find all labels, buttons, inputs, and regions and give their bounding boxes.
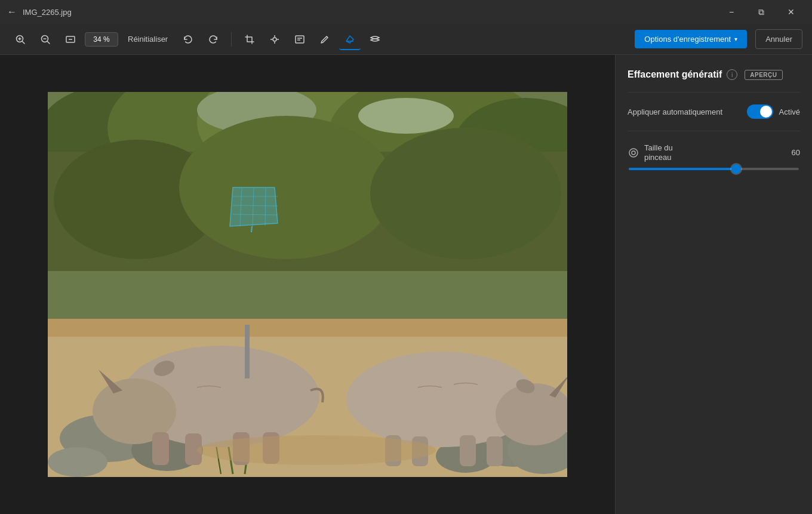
auto-apply-toggle[interactable] <box>747 104 773 119</box>
svg-line-5 <box>48 41 50 44</box>
save-chevron-icon: ▾ <box>734 36 737 42</box>
zoom-out-icon <box>40 34 51 45</box>
svg-rect-32 <box>48 319 567 337</box>
toolbar: 34 % Réinitialiser <box>0 24 812 55</box>
brush-value: 60 <box>792 148 800 157</box>
canvas-area[interactable] <box>0 55 615 514</box>
zoom-out-button[interactable] <box>35 29 56 50</box>
info-icon[interactable]: i <box>727 69 737 80</box>
brush-size-slider[interactable] <box>629 168 799 170</box>
restore-button[interactable]: ⧉ <box>748 2 775 21</box>
svg-rect-54 <box>487 436 503 466</box>
preview-badge: APERÇU <box>745 70 782 80</box>
svg-rect-44 <box>152 432 169 465</box>
svg-rect-56 <box>245 325 250 378</box>
frames-icon <box>370 34 380 45</box>
back-icon[interactable]: ← <box>7 7 17 17</box>
panel-title: Effacement génératif <box>628 69 722 80</box>
brush-title: Taille du pinceau <box>644 143 673 162</box>
zoom-in-button[interactable] <box>10 29 31 50</box>
svg-point-30 <box>370 128 561 259</box>
erase-button[interactable] <box>339 29 361 50</box>
slider-fill <box>629 168 736 170</box>
photo-canvas <box>48 92 567 477</box>
main-area: Effacement génératif i APERÇU Appliquer … <box>0 55 812 514</box>
crop-icon <box>244 34 255 45</box>
draw-icon <box>319 34 330 45</box>
undo-icon <box>183 34 193 45</box>
brush-size-icon <box>628 147 639 159</box>
panel-header: Effacement génératif i APERÇU <box>628 69 800 80</box>
svg-point-29 <box>179 116 394 259</box>
redo-icon <box>208 34 219 45</box>
close-button[interactable]: ✕ <box>777 2 805 21</box>
slider-thumb[interactable] <box>731 164 741 174</box>
markup-icon <box>294 34 305 45</box>
save-label: Options d'enregistrement <box>644 35 731 44</box>
slider-container[interactable] <box>628 168 800 170</box>
svg-point-66 <box>632 151 635 155</box>
svg-rect-53 <box>460 435 476 466</box>
window-title: IMG_2265.jpg <box>23 8 72 17</box>
title-bar-controls: − ⧉ ✕ <box>718 2 805 21</box>
toggle-state-label: Activé <box>779 107 800 116</box>
svg-point-26 <box>358 98 454 134</box>
adjust-icon <box>269 34 280 45</box>
auto-apply-row: Appliquer automatiquement Activé <box>628 104 800 119</box>
image-container <box>48 92 567 477</box>
crop-button[interactable] <box>239 29 260 50</box>
divider-2 <box>628 131 800 131</box>
erase-icon <box>345 33 355 44</box>
frames-button[interactable] <box>364 29 386 50</box>
svg-point-57 <box>197 435 436 465</box>
markup-button[interactable] <box>289 29 310 50</box>
brush-title-group: Taille du pinceau <box>628 143 673 162</box>
svg-line-17 <box>327 36 328 38</box>
redo-button[interactable] <box>202 29 224 50</box>
zoom-in-icon <box>15 34 26 45</box>
cancel-button[interactable]: Annuler <box>755 29 802 49</box>
divider-1 <box>628 92 800 93</box>
svg-point-37 <box>48 447 107 477</box>
fit-button[interactable] <box>60 29 81 50</box>
brush-header: Taille du pinceau 60 <box>628 143 800 162</box>
undo-button[interactable] <box>177 29 199 50</box>
title-bar: ← IMG_2265.jpg − ⧉ ✕ <box>0 0 812 24</box>
reset-button[interactable]: Réinitialiser <box>122 31 174 47</box>
draw-button[interactable] <box>314 29 336 50</box>
svg-rect-14 <box>296 36 304 43</box>
save-options-button[interactable]: Options d'enregistrement ▾ <box>635 30 747 48</box>
title-bar-left: ← IMG_2265.jpg <box>7 7 72 17</box>
svg-point-65 <box>629 149 638 157</box>
toggle-container: Activé <box>747 104 800 119</box>
adjust-button[interactable] <box>264 29 285 50</box>
zoom-input[interactable]: 34 % <box>85 32 118 47</box>
fit-icon <box>65 34 76 45</box>
auto-apply-label: Appliquer automatiquement <box>628 107 722 116</box>
separator-1 <box>231 32 232 47</box>
svg-line-1 <box>23 41 25 44</box>
svg-point-9 <box>273 38 276 41</box>
right-panel: Effacement génératif i APERÇU Appliquer … <box>615 55 812 514</box>
minimize-button[interactable]: − <box>718 2 745 21</box>
brush-size-row: Taille du pinceau 60 <box>628 143 800 170</box>
